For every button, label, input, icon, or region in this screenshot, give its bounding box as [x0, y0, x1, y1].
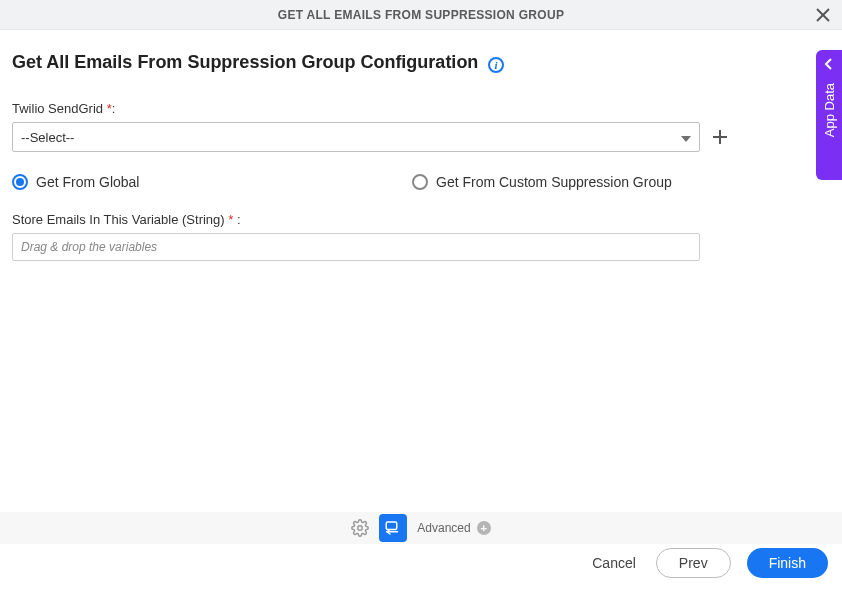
plus-circle-icon: +: [477, 521, 491, 535]
modal-header: GET ALL EMAILS FROM SUPPRESSION GROUP: [0, 0, 842, 30]
radio-icon: [412, 174, 428, 190]
radio-get-from-global[interactable]: Get From Global: [12, 174, 412, 190]
variable-mapper-icon: [384, 519, 402, 537]
gear-icon: [351, 519, 369, 537]
footer-buttons: Cancel Prev Finish: [588, 548, 828, 578]
label-colon: :: [112, 101, 116, 116]
twilio-label-text: Twilio SendGrid: [12, 101, 107, 116]
source-radio-group: Get From Global Get From Custom Suppress…: [12, 174, 712, 190]
chevron-down-icon: [681, 130, 691, 145]
finish-button[interactable]: Finish: [747, 548, 828, 578]
twilio-select[interactable]: --Select--: [12, 122, 700, 152]
radio-get-from-custom[interactable]: Get From Custom Suppression Group: [412, 174, 672, 190]
store-variable-label-text: Store Emails In This Variable (String): [12, 212, 228, 227]
advanced-toggle[interactable]: Advanced +: [417, 521, 490, 535]
radio-global-label: Get From Global: [36, 174, 139, 190]
modal-title: GET ALL EMAILS FROM SUPPRESSION GROUP: [278, 8, 564, 22]
twilio-select-value: --Select--: [21, 130, 74, 145]
radio-custom-label: Get From Custom Suppression Group: [436, 174, 672, 190]
title-row: Get All Emails From Suppression Group Co…: [12, 52, 824, 73]
page-title: Get All Emails From Suppression Group Co…: [12, 52, 478, 73]
advanced-label: Advanced: [417, 521, 470, 535]
info-icon[interactable]: i: [488, 57, 504, 73]
close-button[interactable]: [812, 4, 834, 26]
plus-icon: [712, 129, 728, 145]
svg-point-5: [358, 526, 363, 531]
footer-toolbar: Advanced +: [0, 512, 842, 544]
add-connection-button[interactable]: [710, 127, 730, 147]
close-icon: [816, 8, 830, 22]
variable-mapper-button[interactable]: [379, 514, 407, 542]
app-data-label: App Data: [822, 83, 837, 137]
label-colon: :: [233, 212, 240, 227]
twilio-select-row: --Select--: [12, 122, 824, 152]
store-variable-field: Store Emails In This Variable (String) *…: [12, 212, 824, 261]
twilio-field: Twilio SendGrid *: --Select--: [12, 101, 824, 152]
store-variable-placeholder: Drag & drop the variables: [21, 240, 157, 254]
svg-rect-6: [387, 522, 398, 530]
config-form: Get All Emails From Suppression Group Co…: [0, 30, 842, 261]
cancel-button[interactable]: Cancel: [588, 549, 640, 577]
twilio-label: Twilio SendGrid *:: [12, 101, 824, 116]
app-data-panel-toggle[interactable]: App Data: [816, 50, 842, 180]
store-variable-input[interactable]: Drag & drop the variables: [12, 233, 700, 261]
store-variable-label: Store Emails In This Variable (String) *…: [12, 212, 824, 227]
svg-marker-2: [681, 136, 691, 142]
radio-icon: [12, 174, 28, 190]
chevron-left-icon: [824, 58, 834, 73]
settings-button[interactable]: [351, 519, 369, 537]
prev-button[interactable]: Prev: [656, 548, 731, 578]
